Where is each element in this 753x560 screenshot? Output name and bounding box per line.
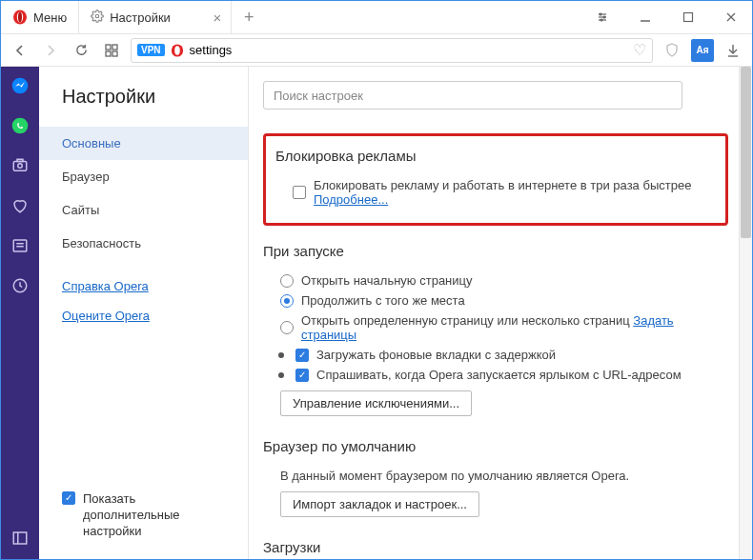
speed-dial-button[interactable] xyxy=(100,39,123,62)
show-advanced-label: Показать дополнительные настройки xyxy=(83,491,225,540)
opera-logo-icon xyxy=(12,10,28,25)
startup-check-url[interactable] xyxy=(295,369,309,382)
svg-point-8 xyxy=(603,16,605,18)
sidebar-item-security[interactable]: Безопасность xyxy=(39,227,248,260)
bookmark-heart-icon[interactable]: ♡ xyxy=(633,41,646,59)
startup-radio-pages[interactable] xyxy=(280,321,294,334)
history-icon[interactable] xyxy=(10,276,30,295)
import-button[interactable]: Импорт закладок и настроек... xyxy=(280,491,479,517)
svg-point-19 xyxy=(174,46,180,55)
svg-rect-17 xyxy=(112,51,117,56)
tab-settings[interactable]: Настройки × xyxy=(79,1,232,33)
default-text: В данный момент браузером по умолчанию я… xyxy=(280,469,629,483)
svg-rect-15 xyxy=(112,45,117,50)
svg-rect-31 xyxy=(13,532,27,544)
translate-icon[interactable]: Ая xyxy=(691,39,714,62)
svg-rect-24 xyxy=(13,162,27,171)
sidebar-item-browser[interactable]: Браузер xyxy=(39,160,248,193)
sidebar-item-basic[interactable]: Основные xyxy=(39,127,248,160)
svg-rect-14 xyxy=(106,45,111,50)
adblock-checkbox[interactable] xyxy=(293,186,306,199)
menu-button[interactable]: Меню xyxy=(1,1,79,33)
search-settings-input[interactable]: Поиск настроек xyxy=(263,81,682,110)
adblock-section-highlight: Блокировка рекламы Блокировать рекламу и… xyxy=(263,133,728,226)
reload-button[interactable] xyxy=(70,39,92,62)
address-bar[interactable]: VPN ♡ xyxy=(131,38,653,63)
svg-rect-16 xyxy=(106,51,111,56)
left-rail xyxy=(1,67,39,559)
sidebar-link-help[interactable]: Справка Opera xyxy=(39,271,248,301)
startup-label-url: Спрашивать, когда Opera запускается ярлы… xyxy=(316,368,682,382)
bookmarks-heart-icon[interactable] xyxy=(10,196,30,215)
settings-content: Поиск настроек Блокировка рекламы Блокир… xyxy=(249,67,752,559)
svg-point-25 xyxy=(18,164,23,169)
scrollbar-thumb[interactable] xyxy=(741,67,751,238)
search-placeholder: Поиск настроек xyxy=(274,89,363,103)
tab-title: Настройки xyxy=(110,10,171,25)
messenger-icon[interactable] xyxy=(10,76,30,95)
window-controls xyxy=(580,1,752,33)
toolbar: VPN ♡ Ая xyxy=(1,34,752,67)
startup-radio-continue[interactable] xyxy=(280,294,294,308)
vpn-badge[interactable]: VPN xyxy=(137,44,165,56)
minimize-button[interactable] xyxy=(623,1,666,33)
adblock-title: Блокировка рекламы xyxy=(275,148,716,164)
scrollbar[interactable] xyxy=(739,67,752,559)
maximize-button[interactable] xyxy=(666,1,709,33)
news-icon[interactable] xyxy=(10,236,30,255)
startup-title: При запуске xyxy=(263,243,728,259)
back-button[interactable] xyxy=(9,39,31,62)
svg-point-3 xyxy=(95,14,99,18)
snapshot-icon[interactable] xyxy=(10,156,30,175)
close-tab-icon[interactable]: × xyxy=(213,10,221,26)
downloads-icon[interactable] xyxy=(722,39,744,62)
svg-rect-11 xyxy=(683,13,692,22)
startup-label-continue: Продолжить с того же места xyxy=(301,293,465,308)
address-input[interactable] xyxy=(190,43,627,57)
whatsapp-icon[interactable] xyxy=(10,116,30,135)
svg-rect-26 xyxy=(17,159,23,161)
svg-point-2 xyxy=(18,12,22,23)
adblock-more-link[interactable]: Подробнее... xyxy=(314,192,388,207)
bullet-icon xyxy=(278,372,284,378)
shield-icon[interactable] xyxy=(661,39,683,62)
new-tab-button[interactable]: + xyxy=(232,1,266,33)
menu-label: Меню xyxy=(33,10,67,25)
close-window-button[interactable] xyxy=(709,1,752,33)
settings-sidebar: Настройки Основные Браузер Сайты Безопас… xyxy=(39,67,249,559)
startup-radio-home[interactable] xyxy=(280,274,294,288)
downloads-section: Загрузки Папка загрузки: C:\Users\anton\… xyxy=(263,539,728,559)
rail-toggle-icon[interactable] xyxy=(10,529,30,548)
svg-point-23 xyxy=(12,118,29,134)
default-title: Браузер по умолчанию xyxy=(263,438,728,454)
sidebar-item-sites[interactable]: Сайты xyxy=(39,193,248,227)
startup-label-lazy: Загружать фоновые вкладки с задержкой xyxy=(316,348,556,362)
startup-check-lazy[interactable] xyxy=(295,349,309,362)
show-advanced-checkbox[interactable] xyxy=(62,491,75,505)
bullet-icon xyxy=(278,352,284,358)
svg-point-9 xyxy=(600,19,602,21)
default-browser-section: Браузер по умолчанию В данный момент бра… xyxy=(263,438,728,520)
gear-icon xyxy=(91,10,104,26)
sidebar-title: Настройки xyxy=(39,86,248,127)
forward-button[interactable] xyxy=(39,39,62,62)
titlebar: Меню Настройки × + xyxy=(1,1,752,34)
svg-point-7 xyxy=(600,13,601,15)
easy-setup-icon[interactable] xyxy=(580,1,623,33)
startup-section: При запуске Открыть начальную страницу П… xyxy=(263,243,728,419)
downloads-title: Загрузки xyxy=(263,539,728,555)
startup-label-pages: Открыть определенную страницу или нескол… xyxy=(301,313,728,342)
opera-favicon-icon xyxy=(171,44,184,57)
sidebar-link-rate[interactable]: Оцените Opera xyxy=(39,301,248,330)
startup-exceptions-button[interactable]: Управление исключениями... xyxy=(280,390,472,416)
startup-label-home: Открыть начальную страницу xyxy=(301,273,473,288)
adblock-text: Блокировать рекламу и работать в интерне… xyxy=(314,178,716,207)
